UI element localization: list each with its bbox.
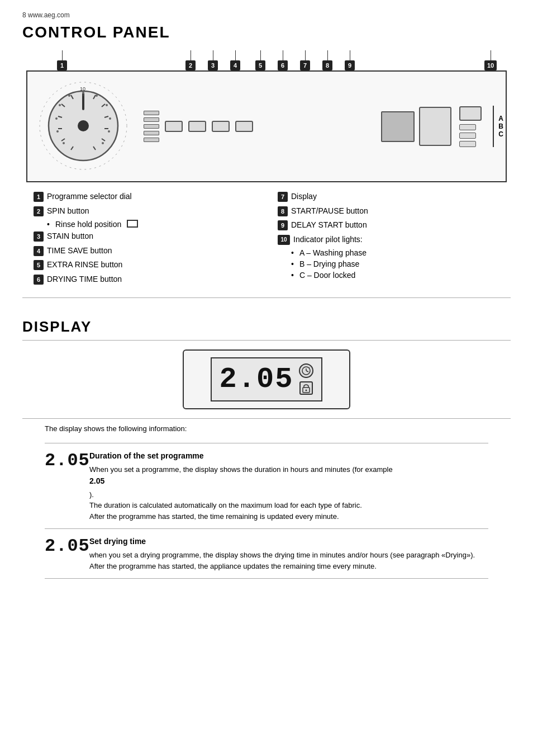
legend-text-8: START/PAUSE button xyxy=(291,206,368,217)
indicator-c-text: C – Door locked xyxy=(299,271,355,280)
legend: 1 Programme selector dial 2 SPIN button … xyxy=(34,191,499,289)
legend-text-2: SPIN button xyxy=(47,206,89,217)
svg-line-31 xyxy=(306,371,308,372)
start-pause-button-panel[interactable] xyxy=(419,107,451,146)
legend-badge-1: 1 xyxy=(34,192,44,202)
info-table: 2.05 Duration of the set programme When … xyxy=(45,443,488,579)
legend-badge-6: 6 xyxy=(34,275,44,285)
legend-badge-2: 2 xyxy=(34,206,44,216)
bullet-c: • xyxy=(291,271,294,280)
section-title-control-panel: CONTROL PANEL xyxy=(22,23,511,41)
svg-point-26 xyxy=(56,130,59,133)
stain-button-panel[interactable] xyxy=(165,121,183,132)
legend-badge-3: 3 xyxy=(34,231,44,242)
display-time-value: 2.05 xyxy=(220,363,294,396)
badge-3: 3 xyxy=(208,60,218,70)
section-title-display: DISPLAY xyxy=(22,318,511,336)
info-icon-duration: 2.05 xyxy=(45,450,78,471)
legend-text-5: EXTRA RINSE button xyxy=(47,259,122,271)
info-row-duration: 2.05 Duration of the set programme When … xyxy=(45,443,488,529)
svg-point-27 xyxy=(63,142,65,144)
bullet-b: • xyxy=(291,259,294,268)
time-save-button-panel[interactable] xyxy=(188,121,206,132)
lock-icon xyxy=(299,381,313,395)
display-mockup-outer: 2.05 xyxy=(183,349,350,409)
indicator-a-text: A – Washing phase xyxy=(299,248,367,257)
indicator-c xyxy=(459,141,482,147)
svg-point-3 xyxy=(78,120,89,131)
legend-badge-8: 8 xyxy=(278,206,288,216)
dial-area: 10 xyxy=(33,76,134,177)
delay-icon-svg xyxy=(301,366,311,376)
delay-start-button-panel[interactable] xyxy=(459,106,482,121)
segment-display xyxy=(144,111,159,142)
drying-time-button-panel[interactable] xyxy=(235,121,253,132)
info-content-duration: Duration of the set programme When you s… xyxy=(89,450,488,522)
indicator-b xyxy=(459,133,482,139)
display-section: DISPLAY 2.05 xyxy=(22,297,511,579)
legend-text-3: STAIN button xyxy=(47,231,93,242)
label-b: B xyxy=(498,122,503,130)
svg-point-25 xyxy=(55,117,58,120)
rinse-box-icon xyxy=(127,220,138,228)
bullet-a: • xyxy=(291,248,294,257)
badge-7: 7 xyxy=(300,60,310,70)
extra-rinse-button-panel[interactable] xyxy=(212,121,230,132)
bullet-rinse: • xyxy=(47,220,50,229)
svg-text:10: 10 xyxy=(80,86,85,92)
svg-point-19 xyxy=(106,104,108,106)
display-description: The display shows the following informat… xyxy=(45,423,488,434)
info-body-duration: When you set a programme, the display sh… xyxy=(89,465,488,521)
badge-2: 2 xyxy=(185,60,196,70)
display-icons-area xyxy=(299,363,313,395)
page-header: 8 www.aeg.com xyxy=(22,11,511,19)
indicator-a xyxy=(459,124,482,130)
badge-4: 4 xyxy=(230,60,240,70)
legend-text-10: Indicator pilot lights: xyxy=(293,234,363,245)
badge-9: 9 xyxy=(345,60,355,70)
display-panel xyxy=(381,111,415,142)
info-title-drying: Set drying time xyxy=(89,536,488,547)
svg-point-33 xyxy=(306,390,307,391)
delay-icon xyxy=(299,363,313,378)
label-a: A xyxy=(498,115,503,122)
badge-6: 6 xyxy=(278,60,288,70)
lock-icon-svg xyxy=(302,383,311,393)
label-c: C xyxy=(498,130,503,138)
legend-badge-10: 10 xyxy=(278,235,290,245)
legend-badge-4: 4 xyxy=(34,246,44,256)
legend-text-7: Display xyxy=(291,191,317,202)
svg-point-18 xyxy=(96,94,98,97)
svg-point-20 xyxy=(109,117,111,120)
display-mockup-inner: 2.05 xyxy=(211,357,323,401)
badge-1: 1 xyxy=(57,60,67,70)
info-title-duration: Duration of the set programme xyxy=(89,450,488,462)
rinse-hold-text: Rinse hold position xyxy=(55,220,121,229)
indicator-b-text: B – Drying phase xyxy=(299,259,359,268)
svg-point-23 xyxy=(68,94,70,97)
svg-point-21 xyxy=(108,130,110,133)
legend-text-6: DRYING TIME button xyxy=(47,274,122,285)
svg-point-24 xyxy=(59,104,61,106)
legend-badge-5: 5 xyxy=(34,260,44,270)
control-panel-diagram: 1 2 3 4 5 6 7 8 9 10 xyxy=(26,50,507,182)
panel-box: 10 xyxy=(26,70,507,182)
badge-10: 10 xyxy=(484,60,497,70)
legend-text-4: TIME SAVE button xyxy=(47,245,112,257)
badge-5: 5 xyxy=(255,60,265,70)
dial-svg: 10 xyxy=(36,78,131,173)
info-row-drying: 2.05 Set drying time when you set a dryi… xyxy=(45,529,488,579)
legend-text-9: DELAY START button xyxy=(291,220,367,231)
legend-badge-7: 7 xyxy=(278,192,288,202)
badge-8: 8 xyxy=(322,60,332,70)
info-body-drying: when you set a drying programme, the dis… xyxy=(89,551,475,570)
legend-text-1: Programme selector dial xyxy=(47,191,132,202)
info-content-drying: Set drying time when you set a drying pr… xyxy=(89,536,488,571)
legend-badge-9: 9 xyxy=(278,220,288,230)
svg-point-22 xyxy=(102,142,104,144)
info-icon-drying: 2.05 xyxy=(45,536,78,556)
svg-point-17 xyxy=(82,92,84,94)
